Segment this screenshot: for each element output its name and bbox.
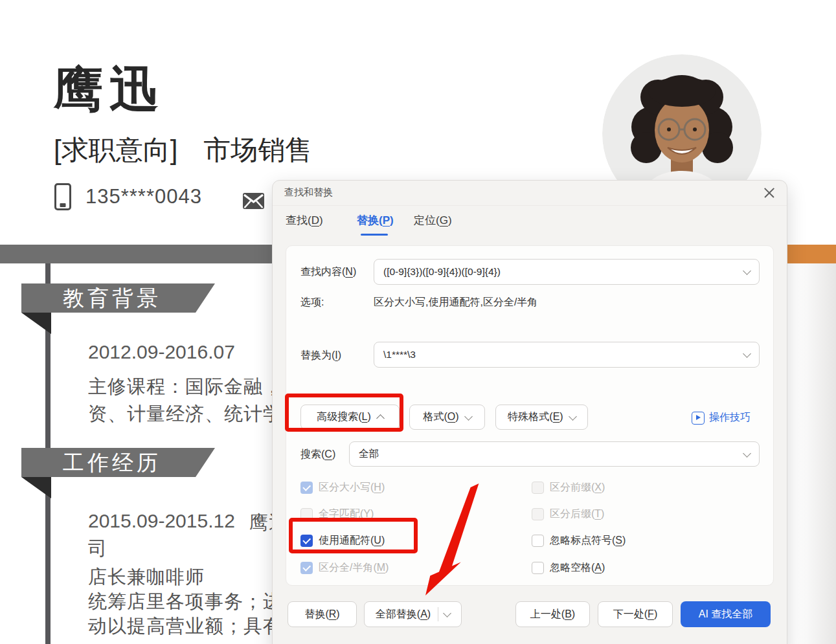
label-key: A	[594, 562, 602, 573]
special-format-text: 特殊格式(E)	[508, 410, 563, 424]
label-part: )	[367, 411, 370, 422]
label-key: G	[440, 214, 448, 227]
checkbox-whole-word[interactable]: 全字匹配(Y)	[300, 507, 374, 521]
checkbox-label: 区分全/半角(M)	[319, 561, 389, 575]
label-part: )	[427, 608, 431, 619]
replace-with-label: 替换为(I)	[300, 349, 341, 362]
label-key: S	[615, 535, 622, 546]
label-part: )	[370, 508, 374, 519]
label-key: C	[324, 449, 332, 460]
chevron-down-icon[interactable]	[443, 609, 451, 617]
options-label: 选项:	[300, 296, 324, 309]
work-role: 店长兼咖啡师	[88, 564, 205, 590]
label-key: R	[329, 608, 337, 619]
label-key: O	[447, 411, 455, 422]
special-format-button[interactable]: 特殊格式(E)	[495, 405, 588, 430]
previous-button[interactable]: 上一处(B)	[515, 601, 590, 627]
search-scope-select[interactable]: 全部	[349, 441, 760, 467]
banner-fold	[21, 477, 51, 498]
tab-replace[interactable]: 替换(P)	[357, 213, 394, 228]
label-part: 区分全/半角(	[319, 562, 377, 573]
label-key: T	[594, 508, 601, 519]
banner-fold	[21, 313, 51, 334]
format-button[interactable]: 格式(O)	[409, 405, 485, 430]
label-part: 查找内容(	[300, 266, 345, 277]
label-part: )	[336, 608, 339, 619]
checkbox-ignore-punctuation[interactable]: 忽略标点符号(S)	[532, 534, 626, 548]
label-key: M	[377, 562, 385, 573]
chevron-down-icon[interactable]	[743, 449, 751, 458]
label-key: D	[311, 214, 319, 227]
find-replace-dialog: 查找和替换 查找(D) 替换(P) 定位(G) 查找内容(N) ([0-9]{3…	[272, 180, 787, 644]
accent-band-orange	[787, 245, 836, 263]
checkbox-label: 忽略空格(A)	[550, 561, 605, 575]
format-text: 格式(O)	[423, 410, 458, 424]
label-part: 区分后缀(	[550, 508, 594, 519]
label-part: 忽略标点符号(	[550, 535, 615, 546]
find-what-value: ([0-9]{3})([0-9]{4})([0-9]{4})	[383, 266, 744, 278]
label-part: 全部替换(	[376, 608, 420, 619]
phone-number: 135****0043	[85, 185, 202, 208]
chevron-down-icon	[464, 412, 473, 421]
label-part: 替换(	[357, 214, 383, 227]
label-part: )	[381, 482, 385, 493]
checkbox-unchecked-disabled-icon	[300, 508, 313, 520]
dialog-title: 查找和替换	[284, 186, 333, 199]
tab-find[interactable]: 查找(D)	[286, 213, 323, 228]
replace-with-input[interactable]: \1****\3	[374, 342, 760, 368]
checkbox-match-case[interactable]: 区分大小写(H)	[300, 481, 385, 494]
label-key: F	[648, 608, 654, 619]
advanced-search-button[interactable]: 高级搜索(L)	[300, 405, 400, 430]
checkbox-match-suffix[interactable]: 区分后缀(T)	[532, 507, 604, 521]
checkbox-checked-disabled-icon	[300, 482, 313, 494]
close-icon[interactable]	[762, 186, 776, 200]
checkbox-label: 区分大小写(H)	[319, 481, 385, 494]
label-part: )	[455, 411, 458, 422]
phone-row: 135****0043	[54, 183, 202, 210]
checkbox-use-wildcards[interactable]: 使用通配符(U)	[300, 534, 385, 548]
options-value: 区分大小写,使用通配符,区分全/半角	[374, 296, 537, 309]
checkbox-match-width[interactable]: 区分全/半角(M)	[300, 561, 389, 575]
button-text: 替换(R)	[304, 608, 339, 621]
chevron-down-icon[interactable]	[743, 350, 751, 358]
next-button[interactable]: 下一处(F)	[598, 601, 673, 627]
education-date: 2012.09-2016.07	[88, 341, 235, 363]
label-part: 替换(	[304, 608, 328, 619]
tips-link[interactable]: 操作技巧	[692, 411, 751, 425]
hair-front	[648, 77, 716, 107]
label-part: )	[353, 266, 356, 277]
chevron-down-icon[interactable]	[743, 267, 751, 275]
tab-goto[interactable]: 定位(G)	[414, 213, 452, 228]
mail-icon	[243, 193, 264, 209]
ai-find-all-button[interactable]: AI 查找全部	[681, 601, 771, 627]
intent-bracket: [求职意向]	[54, 132, 177, 168]
section-banner-education: 教育背景	[21, 283, 215, 313]
label-part: 全字匹配(	[319, 508, 363, 519]
checkbox-ignore-whitespace[interactable]: 忽略空格(A)	[532, 561, 605, 575]
section-banner-work: 工作经历	[21, 448, 215, 477]
checkbox-match-prefix[interactable]: 区分前缀(X)	[532, 481, 605, 494]
button-text: AI 查找全部	[699, 608, 753, 621]
button-text: 全部替换(A)	[376, 608, 431, 621]
label-part: 查找(	[286, 214, 311, 227]
replace-button[interactable]: 替换(R)	[288, 601, 357, 627]
label-part: 区分前缀(	[550, 482, 594, 493]
label-part: 搜索(	[300, 449, 324, 460]
find-what-input[interactable]: ([0-9]{3})([0-9]{4})([0-9]{4})	[374, 259, 760, 285]
checkbox-label: 全字匹配(Y)	[319, 507, 374, 521]
label-part: 使用通配符(	[319, 535, 374, 546]
advanced-search-text: 高级搜索(L)	[317, 410, 371, 424]
label-part: 高级搜索(	[317, 411, 361, 422]
replace-with-value: \1****\3	[383, 349, 744, 361]
dialog-form-card: 查找内容(N) ([0-9]{3})([0-9]{4})([0-9]{4}) 选…	[286, 245, 774, 586]
label-part: )	[390, 214, 394, 227]
find-what-label: 查找内容(N)	[300, 265, 356, 279]
checkbox-label: 区分后缀(T)	[550, 507, 604, 521]
checkbox-unchecked-disabled-icon	[532, 482, 544, 494]
label-part: 下一处(	[613, 608, 648, 619]
label-part: 上一处(	[530, 608, 565, 619]
label-part: )	[385, 562, 389, 573]
intent-value: 市场销售	[203, 132, 312, 168]
replace-all-button[interactable]: 全部替换(A)	[364, 601, 462, 627]
checkbox-checked-disabled-icon	[300, 562, 313, 574]
